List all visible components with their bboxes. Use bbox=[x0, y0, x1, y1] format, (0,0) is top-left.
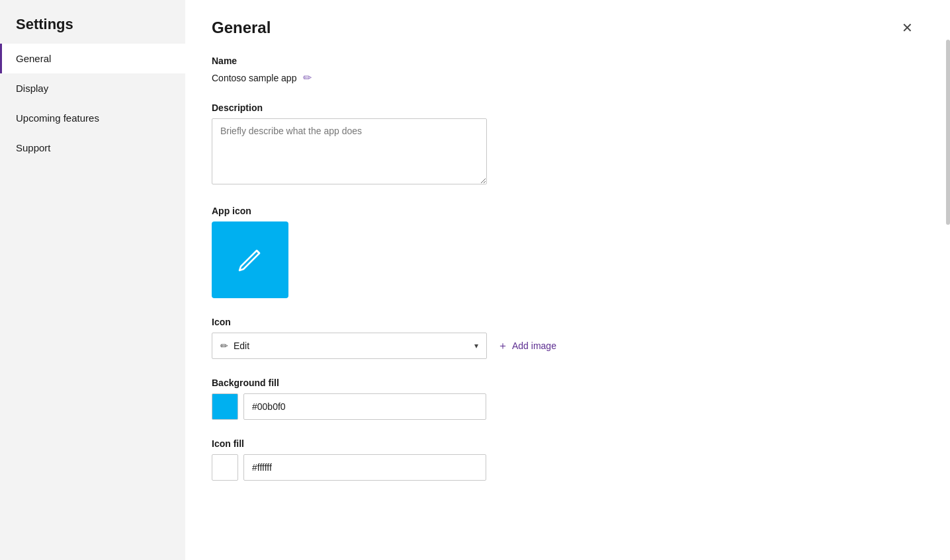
sidebar: Settings General Display Upcoming featur… bbox=[0, 0, 185, 560]
background-color-swatch[interactable] bbox=[212, 393, 238, 420]
sidebar-title: Settings bbox=[0, 0, 185, 44]
main-panel: General ✕ Name Contoso sample app ✏ Desc… bbox=[185, 0, 950, 560]
add-image-button[interactable]: ＋ Add image bbox=[497, 339, 556, 353]
plus-icon: ＋ bbox=[497, 339, 508, 353]
description-textarea[interactable] bbox=[212, 118, 487, 184]
icon-dropdown[interactable]: ✏ Edit ▾ bbox=[212, 333, 487, 359]
icon-color-swatch[interactable] bbox=[212, 454, 238, 481]
scrollbar-track bbox=[945, 0, 950, 560]
name-row: Contoso sample app ✏ bbox=[212, 71, 918, 84]
sidebar-item-display[interactable]: Display bbox=[0, 73, 185, 103]
icon-row: ✏ Edit ▾ ＋ Add image bbox=[212, 333, 918, 359]
edit-pencil-small-icon: ✏ bbox=[220, 340, 228, 351]
add-image-label: Add image bbox=[512, 340, 556, 351]
page-title: General bbox=[212, 19, 271, 37]
sidebar-item-support[interactable]: Support bbox=[0, 133, 185, 163]
icon-fill-row bbox=[212, 454, 918, 481]
name-section: Name Contoso sample app ✏ bbox=[212, 56, 918, 84]
description-label: Description bbox=[212, 102, 918, 113]
icon-select-value: Edit bbox=[234, 340, 249, 351]
icon-dropdown-label: Icon bbox=[212, 317, 918, 327]
background-fill-section: Background fill bbox=[212, 378, 918, 420]
app-icon-label: App icon bbox=[212, 206, 918, 216]
pencil-icon-large bbox=[234, 244, 266, 276]
chevron-down-icon: ▾ bbox=[474, 341, 478, 350]
icon-fill-label: Icon fill bbox=[212, 438, 918, 449]
app-icon-section: App icon bbox=[212, 206, 918, 298]
sidebar-item-general[interactable]: General bbox=[0, 44, 185, 73]
name-edit-icon[interactable]: ✏ bbox=[303, 71, 312, 84]
icon-section: Icon ✏ Edit ▾ ＋ Add image bbox=[212, 317, 918, 359]
main-header: General ✕ bbox=[212, 19, 918, 37]
scrollbar-thumb[interactable] bbox=[946, 40, 950, 225]
sidebar-nav: General Display Upcoming features Suppor… bbox=[0, 44, 185, 163]
sidebar-item-upcoming-features[interactable]: Upcoming features bbox=[0, 103, 185, 133]
description-section: Description bbox=[212, 102, 918, 187]
icon-fill-section: Icon fill bbox=[212, 438, 918, 481]
name-label: Name bbox=[212, 56, 918, 66]
app-icon-preview[interactable] bbox=[212, 221, 288, 298]
background-color-input[interactable] bbox=[243, 393, 486, 420]
background-fill-row bbox=[212, 393, 918, 420]
background-fill-label: Background fill bbox=[212, 378, 918, 388]
close-button[interactable]: ✕ bbox=[896, 19, 918, 37]
icon-color-input[interactable] bbox=[243, 454, 486, 481]
app-name-value: Contoso sample app bbox=[212, 73, 296, 83]
